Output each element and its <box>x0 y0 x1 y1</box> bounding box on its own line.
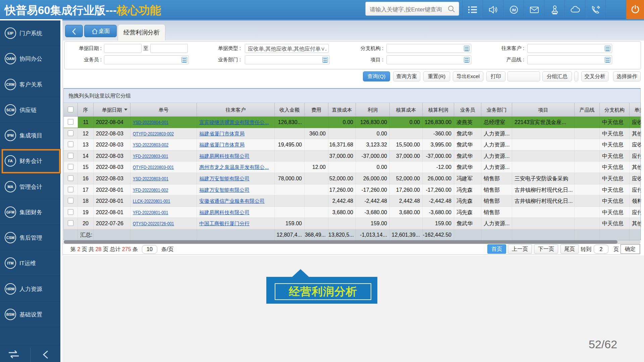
svg-text:IM: IM <box>512 8 516 12</box>
